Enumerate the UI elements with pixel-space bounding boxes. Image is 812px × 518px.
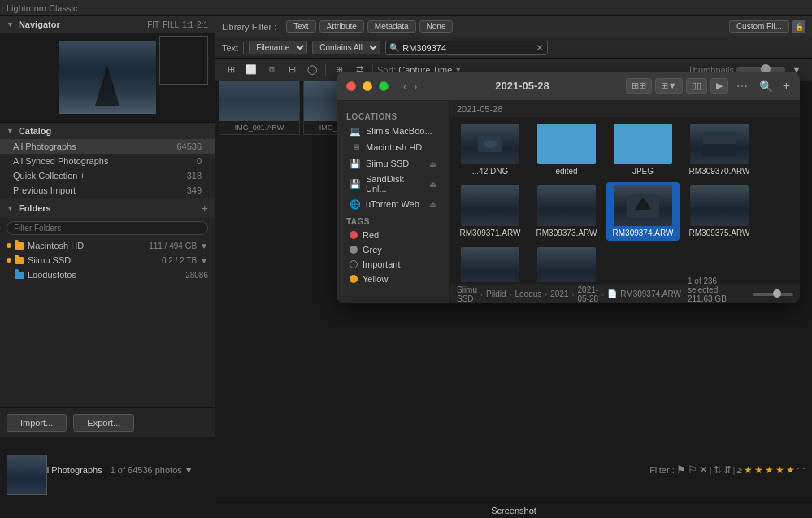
finder-file-rm377[interactable]: RM309377.ARW xyxy=(530,244,603,282)
export-btn[interactable]: Export... xyxy=(73,414,134,432)
people-view-btn[interactable]: ◯ xyxy=(303,62,321,78)
survey-view-btn[interactable]: ⊟ xyxy=(283,62,301,78)
folder-item-macintosh[interactable]: Macintosh HD 111 / 494 GB ▼ xyxy=(0,238,215,253)
finder-more-btn[interactable]: ⋯ xyxy=(735,80,749,93)
catalog-item-synced[interactable]: All Synced Photographs 0 xyxy=(0,154,215,168)
folder-size-loodus: 28086 xyxy=(185,271,208,280)
lock-icon[interactable]: 🔒 xyxy=(792,20,805,33)
catalog-section: ▼ Catalog All Photographs 64536 All Sync… xyxy=(0,123,215,198)
path-arrow-4: › xyxy=(572,290,575,298)
filter-folders-wrap xyxy=(0,218,215,238)
folders-header[interactable]: ▼ Folders + xyxy=(0,198,215,218)
finder-plus-btn[interactable]: + xyxy=(783,79,790,94)
finder-item-mac-hd[interactable]: 🖥 Macintosh HD xyxy=(340,139,446,155)
folder-item-loodus[interactable]: Loodusfotos 28086 xyxy=(0,268,215,282)
finder-search-btn[interactable]: 🔍 xyxy=(759,80,773,93)
finder-item-siimu-ssd[interactable]: 💾 Siimu SSD ⏏ xyxy=(340,155,446,172)
catalog-item-quick[interactable]: Quick Collection + 318 xyxy=(0,168,215,183)
finder-locations-section: Locations 💻 Slim's MacBoo... 🖥 Macintosh… xyxy=(337,107,449,215)
finder-file-rm374-selected[interactable]: RM309374.ARW xyxy=(606,182,680,241)
filter-text-btn[interactable]: Text xyxy=(286,20,315,33)
filmstrip-more-btn[interactable]: ⋯ xyxy=(797,464,805,475)
filmstrip-photo-count[interactable]: 1 of 64536 photos ▼ xyxy=(111,465,193,475)
catalog-item-previous[interactable]: Previous Import 349 xyxy=(0,183,215,198)
catalog-quick-label: Quick Collection + xyxy=(13,171,187,181)
finder-tag-yellow[interactable]: Yellow xyxy=(340,272,446,286)
app-menu[interactable]: Lightroom Classic xyxy=(7,3,77,13)
filmstrip-flag-icon[interactable]: ⚑ xyxy=(676,464,686,476)
finder-icon-view-btn[interactable]: ⊞⊞ xyxy=(626,78,652,94)
finder-file-dng[interactable]: ...42.DNG xyxy=(454,120,527,179)
finder-tag-red[interactable]: Red xyxy=(340,228,446,242)
custom-filter-btn[interactable]: Custom Fil... xyxy=(729,20,789,33)
maximize-window-btn[interactable] xyxy=(379,81,389,91)
rm371-filename: RM309371.ARW xyxy=(460,229,521,237)
filmstrip-sort-asc-icon[interactable]: ⇅ xyxy=(714,464,722,476)
finder-slider-handle[interactable] xyxy=(773,289,781,298)
finder-tag-grey[interactable]: Grey xyxy=(340,242,446,257)
finder-window: ‹ › 2021-05-28 ⊞⊞ ⊞▼ ▯▯ ▶ ⋯ 🔍 + Location… xyxy=(337,72,800,303)
finder-gallery-view-btn[interactable]: ▶ xyxy=(710,78,728,94)
eject-utorrent-btn[interactable]: ⏏ xyxy=(429,200,436,209)
filter-metadata-btn[interactable]: Metadata xyxy=(367,20,416,33)
nav-1-1-btn[interactable]: 1:1 xyxy=(182,20,193,29)
eject-siimu-btn[interactable]: ⏏ xyxy=(429,159,436,168)
nav-fit-btn[interactable]: FIT xyxy=(147,20,159,29)
eject-sandisk-btn[interactable]: ⏏ xyxy=(429,180,436,189)
finder-column-view-btn[interactable]: ▯▯ xyxy=(686,78,707,94)
search-bar: Text Filename Contains All 🔍 RM309374 ✕ xyxy=(215,37,812,59)
catalog-item-all-photos[interactable]: All Photographs 64536 xyxy=(0,139,215,154)
finder-item-utorrent[interactable]: 🌐 uTorrent Web ⏏ xyxy=(340,196,446,212)
import-btn[interactable]: Import... xyxy=(7,414,67,432)
search-match-type[interactable]: Contains All xyxy=(312,41,380,54)
nav-fill-btn[interactable]: FILL xyxy=(163,20,179,29)
finder-folder-edited[interactable]: edited xyxy=(530,120,603,179)
catalog-header[interactable]: ▼ Catalog xyxy=(0,123,215,139)
folder-item-siimu[interactable]: Siimu SSD 0.2 / 2 TB ▼ xyxy=(0,253,215,268)
finder-back-btn[interactable]: ‹ xyxy=(402,80,409,93)
loupe-view-btn[interactable]: ⬜ xyxy=(242,62,260,78)
finder-file-rm375[interactable]: RM309375.ARW xyxy=(683,182,756,241)
filter-none-btn[interactable]: None xyxy=(419,20,454,33)
jpeg-folder-thumb xyxy=(614,124,672,164)
filmstrip-flag-2-icon[interactable]: ⚐ xyxy=(688,464,697,476)
close-window-btn[interactable] xyxy=(346,81,356,91)
finder-forward-btn[interactable]: › xyxy=(412,80,419,93)
navigator-preview xyxy=(0,33,215,122)
filmstrip-rejected-icon[interactable]: ✕ xyxy=(699,464,708,476)
finder-file-rm373[interactable]: RM309373.ARW xyxy=(530,182,603,241)
filter-folders-input[interactable] xyxy=(7,221,208,235)
filmstrip-sort-desc-icon[interactable]: ⇵ xyxy=(723,464,732,476)
search-clear-btn[interactable]: ✕ xyxy=(536,42,544,54)
star-2[interactable]: ★ xyxy=(754,464,763,476)
star-4[interactable]: ★ xyxy=(775,464,784,476)
finder-file-rm371[interactable]: RM309371.ARW xyxy=(454,182,527,241)
finder-grid: ...42.DNG edited JPEG xyxy=(450,117,800,282)
finder-grid-view-btn[interactable]: ⊞▼ xyxy=(655,78,683,94)
grid-view-btn[interactable]: ⊞ xyxy=(222,62,240,78)
filmstrip-thumb-1[interactable] xyxy=(7,455,47,495)
navigator-header[interactable]: ▼ Navigator FIT FILL 1:1 2:1 xyxy=(0,16,215,33)
finder-item-sandisk[interactable]: 💾 SandDisk Unl... ⏏ xyxy=(340,172,446,196)
filmstrip-star-filter-icon[interactable]: ≥ xyxy=(736,464,742,476)
filter-attribute-btn[interactable]: Attribute xyxy=(319,20,364,33)
catalog-title: Catalog xyxy=(19,126,51,136)
finder-file-rm370[interactable]: RM309370.ARW xyxy=(683,120,756,179)
dng-filename: ...42.DNG xyxy=(472,167,508,176)
star-5[interactable]: ★ xyxy=(786,464,795,476)
nav-2-1-btn[interactable]: 2:1 xyxy=(197,20,208,29)
finder-folder-jpeg[interactable]: JPEG xyxy=(606,120,680,179)
star-1[interactable]: ★ xyxy=(744,464,753,476)
finder-tag-important[interactable]: Important xyxy=(340,257,446,272)
rm373-thumb xyxy=(537,185,596,226)
navigator-triangle-icon: ▼ xyxy=(7,20,14,28)
compare-view-btn[interactable]: ⧈ xyxy=(263,62,280,78)
search-field-selector[interactable]: Filename xyxy=(249,41,307,54)
star-3[interactable]: ★ xyxy=(765,464,774,476)
finder-file-rm376[interactable]: RM309376.ARW xyxy=(454,244,527,282)
finder-size-slider[interactable] xyxy=(753,293,793,296)
red-tag-label: Red xyxy=(363,230,436,240)
minimize-window-btn[interactable] xyxy=(363,81,372,91)
folder-add-btn[interactable]: + xyxy=(202,202,208,215)
finder-item-macbook[interactable]: 💻 Slim's MacBoo... xyxy=(340,123,446,139)
